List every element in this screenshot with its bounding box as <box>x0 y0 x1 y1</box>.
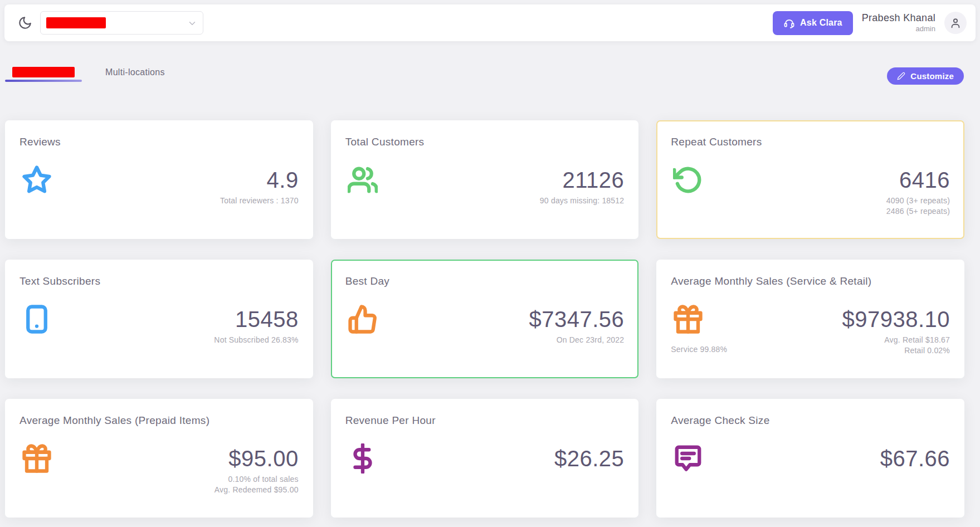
ask-clara-label: Ask Clara <box>800 18 842 28</box>
card-value: $26.25 <box>554 446 624 471</box>
card-value: $95.00 <box>228 446 298 471</box>
moon-icon <box>18 16 32 30</box>
card-subtext: Total reviewers : 1370 <box>220 196 299 207</box>
card-subtexts: 4090 (3+ repeats)2486 (5+ repeats) <box>886 196 950 217</box>
tab-single-location-active[interactable] <box>5 67 82 82</box>
card-title: Reviews <box>19 136 61 148</box>
tab-multi-locations[interactable]: Multi-locations <box>105 67 165 77</box>
card-left-subtext: Service 99.88% <box>671 345 727 354</box>
user-name: Prabesh Khanal <box>862 12 935 24</box>
metric-card[interactable]: Text Subscribers15458Not Subscribed 26.8… <box>5 260 313 378</box>
user-avatar[interactable] <box>944 12 967 34</box>
gift-icon <box>22 443 52 474</box>
metrics-grid: Reviews4.9Total reviewers : 1370Total Cu… <box>5 120 964 518</box>
metric-card[interactable]: Total Customers2112690 days missing: 185… <box>331 120 639 239</box>
metric-card[interactable]: Best Day$7347.56On Dec 23rd, 2022 <box>331 260 639 378</box>
card-subtext: Avg. Redeemed $95.00 <box>214 485 299 496</box>
customize-label: Customize <box>910 71 954 81</box>
metric-card[interactable]: Average Check Size$67.66 <box>656 399 964 518</box>
redacted-location-name <box>46 17 106 28</box>
metric-card[interactable]: Revenue Per Hour$26.25 <box>331 399 639 518</box>
metric-card[interactable]: Average Monthly Sales (Prepaid Items)$95… <box>5 399 313 518</box>
thumbs-up-icon <box>348 304 378 334</box>
card-subtexts: Total reviewers : 1370 <box>220 196 299 207</box>
card-subtext: On Dec 23rd, 2022 <box>557 335 625 346</box>
card-title: Average Monthly Sales (Service & Retail) <box>671 275 871 287</box>
star-icon <box>22 165 52 195</box>
metric-card[interactable]: Average Monthly Sales (Service & Retail)… <box>656 260 964 378</box>
card-value: $7347.56 <box>529 306 624 331</box>
gift-icon <box>673 304 703 334</box>
card-subtexts: On Dec 23rd, 2022 <box>557 335 625 346</box>
ask-clara-button[interactable]: Ask Clara <box>773 11 853 35</box>
top-bar: Ask Clara Prabesh Khanal admin <box>4 4 976 41</box>
person-icon <box>949 17 962 29</box>
card-title: Total Customers <box>345 136 425 148</box>
headset-icon <box>783 17 795 29</box>
location-select[interactable] <box>40 11 203 35</box>
card-subtext: 4090 (3+ repeats) <box>886 196 950 207</box>
card-value: 21126 <box>563 167 625 192</box>
card-value: $97938.10 <box>842 306 950 331</box>
card-title: Text Subscribers <box>19 275 100 287</box>
card-title: Repeat Customers <box>671 136 762 148</box>
card-title: Revenue Per Hour <box>345 414 436 427</box>
dollar-sign-icon <box>348 443 378 474</box>
pencil-icon <box>897 72 905 80</box>
card-subtext: 0.10% of total sales <box>214 474 299 485</box>
rotate-ccw-icon <box>673 165 703 195</box>
card-subtext: Retail 0.02% <box>884 345 950 357</box>
dark-mode-toggle[interactable] <box>18 16 32 30</box>
card-title: Average Check Size <box>671 414 769 427</box>
card-value: $67.66 <box>880 446 950 471</box>
dashboard-tabs: Multi-locations <box>5 67 165 82</box>
card-subtext: Avg. Retail $18.67 <box>884 335 950 346</box>
card-subtexts: Not Subscribed 26.83% <box>214 335 298 346</box>
card-subtext: 90 days missing: 18512 <box>540 196 625 207</box>
card-title: Average Monthly Sales (Prepaid Items) <box>19 414 209 427</box>
card-value: 6416 <box>899 167 950 192</box>
card-title: Best Day <box>345 275 390 287</box>
user-info: Prabesh Khanal admin <box>862 12 935 33</box>
active-tab-underline <box>5 80 82 82</box>
users-icon <box>348 165 378 195</box>
metric-card[interactable]: Repeat Customers64164090 (3+ repeats)248… <box>656 120 964 239</box>
metric-card[interactable]: Reviews4.9Total reviewers : 1370 <box>5 120 313 239</box>
card-value: 4.9 <box>267 167 299 192</box>
card-value: 15458 <box>235 306 299 331</box>
card-subtext: Not Subscribed 26.83% <box>214 335 298 346</box>
smartphone-icon <box>22 304 52 334</box>
redacted-tab-label <box>12 67 75 77</box>
card-subtext: 2486 (5+ repeats) <box>886 206 950 217</box>
customize-button[interactable]: Customize <box>887 67 964 85</box>
card-subtexts: 90 days missing: 18512 <box>540 196 625 207</box>
card-subtexts: 0.10% of total salesAvg. Redeemed $95.00 <box>214 474 299 496</box>
user-role: admin <box>862 25 935 33</box>
message-square-lines-icon <box>673 443 703 474</box>
card-subtexts: Avg. Retail $18.67Retail 0.02% <box>884 335 950 357</box>
chevron-down-icon <box>187 18 197 31</box>
